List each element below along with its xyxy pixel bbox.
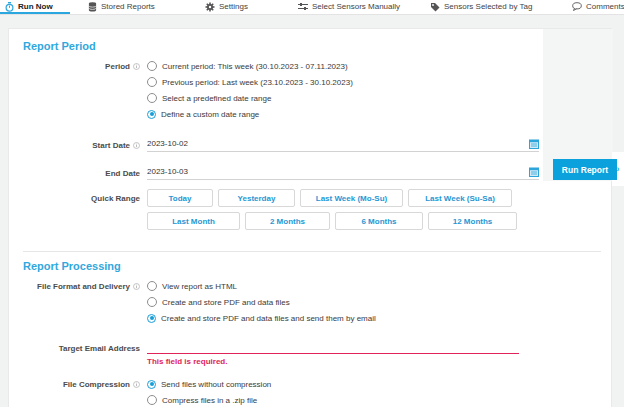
radio-option-label: Previous period: Last week (23.10.2023 -… bbox=[162, 78, 353, 87]
radio-icon-checked[interactable] bbox=[147, 314, 156, 323]
end-date-label: End Date bbox=[9, 165, 147, 181]
file-format-label: File Format and Delivery bbox=[9, 278, 147, 294]
file-format-radio-group: View report as HTML Create and store PDF… bbox=[147, 278, 549, 326]
tab-label: Settings bbox=[219, 0, 248, 13]
tab-label: Stored Reports bbox=[101, 0, 155, 13]
radio-option-label: Create and store PDF and data files bbox=[162, 298, 290, 307]
database-icon bbox=[88, 2, 97, 12]
sliders-icon bbox=[298, 2, 308, 11]
radio-icon[interactable] bbox=[147, 281, 157, 291]
radio-option-custom-range[interactable]: Define a custom date range bbox=[147, 106, 549, 122]
tab-label: Sensors Selected by Tag bbox=[444, 0, 532, 13]
radio-icon[interactable] bbox=[147, 297, 157, 307]
stopwatch-icon bbox=[5, 2, 14, 12]
start-date-input[interactable]: 2023-10-02 bbox=[147, 137, 539, 152]
target-email-input[interactable] bbox=[147, 340, 519, 354]
tab-comments[interactable]: Comments bbox=[572, 0, 624, 13]
radio-option-label: View report as HTML bbox=[162, 282, 237, 291]
tab-sensors-selected-by-tag[interactable]: Sensors Selected by Tag bbox=[430, 0, 532, 13]
quick-range-buttons: Today Yesterday Last Week (Mo-Su) Last W… bbox=[147, 189, 549, 235]
active-tab-underline bbox=[0, 12, 70, 14]
radio-option-no-compression[interactable]: Send files without compression bbox=[147, 376, 549, 392]
compression-radio-group: Send files without compression Compress … bbox=[147, 376, 549, 407]
tab-label: Select Sensors Manually bbox=[312, 0, 400, 13]
target-email-label: Target Email Address bbox=[9, 340, 147, 356]
radio-icon-checked[interactable] bbox=[147, 110, 156, 119]
quick-range-last-week-mo-su-button[interactable]: Last Week (Mo-Su) bbox=[300, 189, 403, 207]
radio-option-predefined-range[interactable]: Select a predefined date range bbox=[147, 90, 549, 106]
radio-option-zip-compression[interactable]: Compress files in a .zip file bbox=[147, 392, 549, 407]
quick-range-12-months-button[interactable]: 12 Months bbox=[428, 212, 517, 230]
run-report-button[interactable]: Run Report bbox=[553, 159, 617, 180]
file-compression-label: File Compression bbox=[9, 376, 147, 392]
info-icon[interactable] bbox=[133, 381, 140, 388]
end-date-input[interactable]: 2023-10-03 bbox=[147, 165, 539, 180]
tab-label: Comments bbox=[586, 0, 624, 13]
radio-icon[interactable] bbox=[147, 93, 157, 103]
quick-range-6-months-button[interactable]: 6 Months bbox=[335, 212, 423, 230]
email-required-error: This field is required. bbox=[147, 357, 549, 366]
period-label: Period bbox=[9, 58, 147, 74]
radio-icon[interactable] bbox=[147, 61, 157, 71]
start-date-label: Start Date bbox=[9, 137, 147, 153]
radio-option-label: Define a custom date range bbox=[161, 110, 259, 119]
radio-icon-checked[interactable] bbox=[147, 380, 156, 389]
quick-range-today-button[interactable]: Today bbox=[147, 189, 213, 207]
tab-settings[interactable]: Settings bbox=[205, 0, 248, 13]
report-run-now-page: Run Now Stored Reports S bbox=[0, 0, 624, 407]
radio-option-label: Select a predefined date range bbox=[162, 94, 271, 103]
radio-option-store-pdf[interactable]: Create and store PDF and data files bbox=[147, 294, 549, 310]
comment-icon bbox=[572, 2, 582, 11]
radio-option-store-pdf-email[interactable]: Create and store PDF and data files and … bbox=[147, 310, 549, 326]
info-icon[interactable] bbox=[133, 283, 140, 290]
quick-range-label: Quick Range bbox=[9, 189, 147, 207]
tag-icon bbox=[430, 2, 440, 12]
tab-stored-reports[interactable]: Stored Reports bbox=[88, 0, 155, 13]
calendar-icon[interactable] bbox=[529, 139, 539, 149]
radio-option-view-html[interactable]: View report as HTML bbox=[147, 278, 549, 294]
quick-range-2-months-button[interactable]: 2 Months bbox=[245, 212, 330, 230]
radio-option-label: Create and store PDF and data files and … bbox=[161, 314, 376, 323]
quick-range-last-week-su-sa-button[interactable]: Last Week (Su-Sa) bbox=[408, 189, 512, 207]
radio-option-label: Current period: This week (30.10.2023 - … bbox=[162, 62, 348, 71]
quick-range-last-month-button[interactable]: Last Month bbox=[147, 212, 240, 230]
tab-select-sensors-manually[interactable]: Select Sensors Manually bbox=[298, 0, 400, 13]
radio-option-label: Send files without compression bbox=[161, 380, 271, 389]
radio-option-previous-period[interactable]: Previous period: Last week (23.10.2023 -… bbox=[147, 74, 549, 90]
radio-icon[interactable] bbox=[147, 77, 157, 87]
info-icon[interactable] bbox=[133, 142, 140, 149]
report-form-card: Report Period Period Current period: Thi… bbox=[8, 28, 612, 407]
radio-icon[interactable] bbox=[147, 395, 157, 405]
tab-bar: Run Now Stored Reports S bbox=[0, 0, 624, 15]
info-icon[interactable] bbox=[133, 63, 140, 70]
report-period-heading: Report Period bbox=[23, 29, 549, 52]
start-date-value: 2023-10-02 bbox=[147, 139, 188, 149]
radio-option-current-period[interactable]: Current period: This week (30.10.2023 - … bbox=[147, 58, 549, 74]
radio-option-label: Compress files in a .zip file bbox=[162, 396, 257, 405]
period-radio-group: Current period: This week (30.10.2023 - … bbox=[147, 58, 549, 122]
report-processing-heading: Report Processing bbox=[23, 252, 549, 272]
gear-icon bbox=[205, 2, 215, 12]
calendar-icon[interactable] bbox=[529, 167, 539, 177]
end-date-value: 2023-10-03 bbox=[147, 167, 188, 177]
quick-range-yesterday-button[interactable]: Yesterday bbox=[218, 189, 295, 207]
